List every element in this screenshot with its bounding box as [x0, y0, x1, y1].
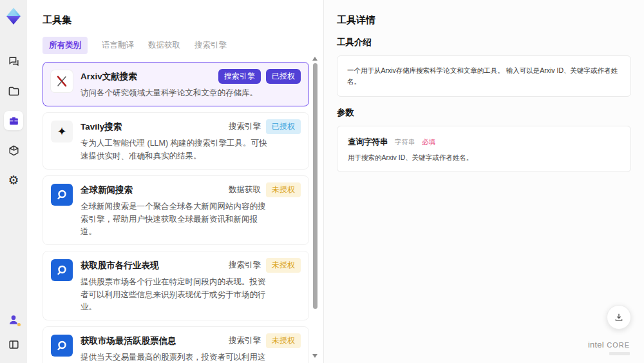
left-sidebar: ⚙ — [0, 0, 27, 363]
tool-description: 提供当天交易量最高的股票列表，投资者可以利用这些信息来识别流动性强的股票和潜在的… — [80, 351, 269, 363]
tool-card-most-active-stocks[interactable]: 获取市场最活跃股票信息 搜索引擎 未授权 提供当天交易量最高的股票列表，投资者可… — [43, 326, 309, 363]
tools-panel-title: 工具集 — [43, 14, 323, 26]
category-tabs: 所有类别 语言翻译 数据获取 搜索引擎 — [43, 37, 323, 54]
core-logo-text: core — [607, 341, 630, 349]
parameter-name: 查询字符串 — [348, 137, 388, 146]
tool-description: 全球新闻搜索是一个聚合全球各大新闻网站内容的搜索引擎，帮助用户快速获取全球最新资… — [80, 201, 269, 238]
tool-title: Arxiv文献搜索 — [80, 71, 137, 83]
scroll-down-arrow-icon[interactable] — [312, 354, 317, 358]
auth-badge: 未授权 — [266, 182, 301, 197]
download-icon — [614, 312, 624, 322]
tool-card-tavily[interactable]: ✦ Tavily搜索 搜索引擎 已授权 专为人工智能代理 (LLM) 构建的搜索… — [43, 112, 309, 170]
category-label: 数据获取 — [229, 184, 261, 195]
parameter-required-flag: 必填 — [422, 138, 435, 146]
auth-badge: 已授权 — [266, 69, 301, 84]
nav-folder-icon[interactable] — [4, 81, 23, 101]
scrollbar-thumb[interactable] — [313, 63, 317, 309]
tavily-star-icon: ✦ — [51, 121, 73, 142]
arxiv-logo-icon — [51, 70, 73, 92]
category-label: 搜索引擎 — [229, 260, 261, 271]
parameter-type: 字符串 — [395, 138, 415, 146]
tool-title: 获取股市各行业表现 — [80, 260, 159, 271]
auth-badge: 未授权 — [266, 333, 301, 348]
tool-title: 全球新闻搜索 — [80, 184, 133, 196]
tab-data-fetch[interactable]: 数据获取 — [148, 37, 180, 54]
user-avatar-icon[interactable] — [4, 310, 23, 329]
category-label: 搜索引擎 — [229, 121, 261, 132]
tool-title: 获取市场最活跃股票信息 — [80, 335, 176, 347]
nav-toolbox-icon[interactable] — [4, 111, 23, 130]
params-heading: 参数 — [337, 107, 631, 119]
category-badge: 搜索引擎 — [218, 69, 261, 84]
gear-icon: ⚙ — [8, 174, 19, 186]
app-window: ⚙ 工具集 所有类别 语言翻译 数据获取 搜索引擎 — [0, 0, 644, 363]
details-title: 工具详情 — [337, 14, 631, 26]
tool-description: 提供股票市场各个行业在特定时间段内的表现。投资者可以利用这些信息来识别表现优于或… — [80, 276, 269, 313]
category-label: 搜索引擎 — [229, 335, 261, 346]
intel-core-logo: intel core — [588, 338, 630, 355]
tab-language-translation[interactable]: 语言翻译 — [102, 37, 134, 54]
list-scrollbar[interactable] — [312, 62, 318, 354]
download-button[interactable] — [607, 305, 631, 329]
blue-search-icon — [51, 184, 73, 206]
intel-logo-subline — [609, 352, 630, 355]
auth-badge: 未授权 — [266, 258, 301, 273]
tool-card-list: Arxiv文献搜索 搜索引擎 已授权 访问各个研究领域大量科学论文和文章的存储库… — [43, 62, 309, 363]
tool-title: Tavily搜索 — [80, 121, 122, 133]
tools-panel: 工具集 所有类别 语言翻译 数据获取 搜索引擎 Arxiv文献搜索 — [27, 0, 324, 363]
nav-settings-icon[interactable]: ⚙ — [4, 170, 23, 190]
tool-description: 访问各个研究领域大量科学论文和文章的存储库。 — [80, 87, 269, 99]
tool-card-sector-performance[interactable]: 获取股市各行业表现 搜索引擎 未授权 提供股票市场各个行业在特定时间段内的表现。… — [43, 251, 309, 320]
status-dot — [17, 323, 21, 326]
tool-intro-box: 一个用于从Arxiv存储库搜索科学论文和文章的工具。 输入可以是Arxiv ID… — [337, 55, 631, 97]
card-content: Tavily搜索 搜索引擎 已授权 专为人工智能代理 (LLM) 构建的搜索引擎… — [80, 119, 301, 162]
intro-heading: 工具介绍 — [337, 37, 631, 48]
scroll-up-arrow-icon[interactable] — [312, 57, 317, 61]
parameter-description: 用于搜索的Arxiv ID、关键字或作者姓名。 — [348, 153, 620, 162]
tab-all-categories[interactable]: 所有类别 — [43, 37, 88, 54]
nav-cube-icon[interactable] — [4, 141, 23, 160]
parameter-box: 查询字符串 字符串 必填 用于搜索的Arxiv ID、关键字或作者姓名。 — [337, 126, 631, 172]
intel-logo-text: intel — [588, 340, 604, 349]
blue-search-icon — [51, 335, 73, 357]
tool-card-arxiv[interactable]: Arxiv文献搜索 搜索引擎 已授权 访问各个研究领域大量科学论文和文章的存储库… — [43, 62, 309, 106]
card-content: 全球新闻搜索 数据获取 未授权 全球新闻搜索是一个聚合全球各大新闻网站内容的搜索… — [80, 182, 301, 238]
tab-search-engine[interactable]: 搜索引擎 — [194, 37, 227, 54]
tool-card-global-news[interactable]: 全球新闻搜索 数据获取 未授权 全球新闻搜索是一个聚合全球各大新闻网站内容的搜索… — [43, 175, 309, 245]
card-content: 获取股市各行业表现 搜索引擎 未授权 提供股票市场各个行业在特定时间段内的表现。… — [80, 258, 301, 313]
panel-toggle-icon[interactable] — [4, 335, 23, 354]
app-logo-icon — [4, 6, 23, 26]
card-content: 获取市场最活跃股票信息 搜索引擎 未授权 提供当天交易量最高的股票列表，投资者可… — [80, 333, 301, 363]
tool-details-panel: 工具详情 工具介绍 一个用于从Arxiv存储库搜索科学论文和文章的工具。 输入可… — [324, 0, 644, 363]
parameter-header: 查询字符串 字符串 必填 — [348, 135, 620, 148]
card-content: Arxiv文献搜索 搜索引擎 已授权 访问各个研究领域大量科学论文和文章的存储库… — [80, 69, 301, 99]
tool-description: 专为人工智能代理 (LLM) 构建的搜索引擎工具。可快速提供实时、准确和真实的结… — [80, 137, 269, 162]
nav-chat-icon[interactable] — [4, 52, 23, 71]
auth-badge: 已授权 — [266, 119, 301, 134]
blue-search-icon — [51, 259, 73, 281]
